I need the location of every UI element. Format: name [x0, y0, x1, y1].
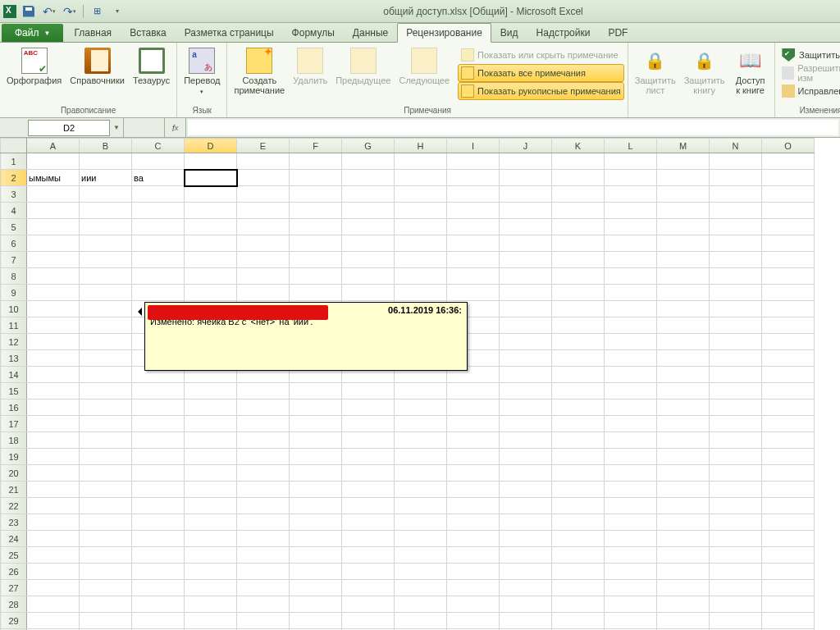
cell-K13[interactable]: [552, 350, 605, 367]
cell-E6[interactable]: [237, 235, 290, 252]
cell-N4[interactable]: [710, 203, 762, 219]
fx-button[interactable]: fx: [165, 118, 186, 137]
cell-K2[interactable]: [552, 170, 605, 186]
cell-O23[interactable]: [762, 514, 815, 531]
undo-button[interactable]: ↶▾: [40, 2, 58, 21]
spelling-button[interactable]: Орфография: [3, 46, 65, 87]
cell-H28[interactable]: [395, 596, 447, 613]
cell-C16[interactable]: [132, 399, 185, 416]
row-header-5[interactable]: 5: [1, 219, 27, 235]
row-header-29[interactable]: 29: [1, 613, 27, 629]
cell-O26[interactable]: [762, 564, 815, 580]
cell-O8[interactable]: [762, 268, 815, 285]
cell-A9[interactable]: [27, 285, 80, 301]
cell-G1[interactable]: [342, 153, 395, 170]
cell-I6[interactable]: [447, 235, 500, 252]
cell-F5[interactable]: [290, 219, 342, 235]
cell-L27[interactable]: [605, 580, 657, 596]
cell-F15[interactable]: [290, 383, 342, 399]
cell-H27[interactable]: [395, 580, 447, 596]
cell-N16[interactable]: [710, 399, 762, 416]
cell-E20[interactable]: [237, 465, 290, 482]
cell-E26[interactable]: [237, 564, 290, 580]
cell-A26[interactable]: [27, 564, 80, 580]
cell-I16[interactable]: [447, 399, 500, 416]
cell-K26[interactable]: [552, 564, 605, 580]
cell-B12[interactable]: [80, 334, 132, 350]
cell-H19[interactable]: [395, 449, 447, 465]
cell-G9[interactable]: [342, 285, 395, 301]
cell-K4[interactable]: [552, 203, 605, 219]
cell-D17[interactable]: [185, 416, 237, 432]
cell-O15[interactable]: [762, 383, 815, 399]
row-header-27[interactable]: 27: [1, 580, 27, 596]
row-header-15[interactable]: 15: [1, 383, 27, 399]
cell-I15[interactable]: [447, 383, 500, 399]
row-header-10[interactable]: 10: [1, 301, 27, 317]
cell-L4[interactable]: [605, 203, 657, 219]
row-header-13[interactable]: 13: [1, 350, 27, 367]
cell-L2[interactable]: [605, 170, 657, 186]
cell-H20[interactable]: [395, 465, 447, 482]
cell-F22[interactable]: [290, 498, 342, 514]
cell-L1[interactable]: [605, 153, 657, 170]
cell-G8[interactable]: [342, 268, 395, 285]
cell-M8[interactable]: [657, 268, 710, 285]
cell-N7[interactable]: [710, 252, 762, 268]
cell-N27[interactable]: [710, 580, 762, 596]
cell-A12[interactable]: [27, 334, 80, 350]
cell-J6[interactable]: [500, 235, 552, 252]
cell-J22[interactable]: [500, 498, 552, 514]
row-header-28[interactable]: 28: [1, 596, 27, 613]
tab-insert[interactable]: Вставка: [121, 23, 176, 42]
row-header-8[interactable]: 8: [1, 268, 27, 285]
row-header-3[interactable]: 3: [1, 186, 27, 203]
cell-H17[interactable]: [395, 416, 447, 432]
cell-A21[interactable]: [27, 482, 80, 498]
cell-A7[interactable]: [27, 252, 80, 268]
cell-J11[interactable]: [500, 317, 552, 334]
cell-M25[interactable]: [657, 547, 710, 564]
cell-O13[interactable]: [762, 350, 815, 367]
cell-I22[interactable]: [447, 498, 500, 514]
tab-home[interactable]: Главная: [65, 23, 121, 42]
cell-M10[interactable]: [657, 301, 710, 317]
cell-J25[interactable]: [500, 547, 552, 564]
track-changes-button[interactable]: Исправления ▾: [778, 82, 840, 100]
cell-A25[interactable]: [27, 547, 80, 564]
cell-J18[interactable]: [500, 432, 552, 449]
cell-L15[interactable]: [605, 383, 657, 399]
row-header-9[interactable]: 9: [1, 285, 27, 301]
cell-H23[interactable]: [395, 514, 447, 531]
cell-N20[interactable]: [710, 465, 762, 482]
cell-E21[interactable]: [237, 482, 290, 498]
cell-A24[interactable]: [27, 531, 80, 547]
research-button[interactable]: Справочники: [66, 46, 128, 87]
cell-D21[interactable]: [185, 482, 237, 498]
cell-O16[interactable]: [762, 399, 815, 416]
cell-N11[interactable]: [710, 317, 762, 334]
cell-G24[interactable]: [342, 531, 395, 547]
cell-G26[interactable]: [342, 564, 395, 580]
row-header-1[interactable]: 1: [1, 153, 27, 170]
translate-button[interactable]: Перевод▾: [180, 46, 223, 98]
cell-J8[interactable]: [500, 268, 552, 285]
cell-J27[interactable]: [500, 580, 552, 596]
cell-E5[interactable]: [237, 219, 290, 235]
cell-C1[interactable]: [132, 153, 185, 170]
redo-button[interactable]: ↷▾: [61, 2, 79, 21]
cell-M16[interactable]: [657, 399, 710, 416]
row-header-2[interactable]: 2: [1, 170, 27, 186]
cell-O21[interactable]: [762, 482, 815, 498]
cell-O5[interactable]: [762, 219, 815, 235]
cell-C8[interactable]: [132, 268, 185, 285]
cell-C23[interactable]: [132, 514, 185, 531]
cell-J21[interactable]: [500, 482, 552, 498]
cell-B25[interactable]: [80, 547, 132, 564]
cell-K24[interactable]: [552, 531, 605, 547]
cell-B24[interactable]: [80, 531, 132, 547]
cell-O18[interactable]: [762, 432, 815, 449]
cell-L24[interactable]: [605, 531, 657, 547]
row-header-19[interactable]: 19: [1, 449, 27, 465]
cell-C26[interactable]: [132, 564, 185, 580]
